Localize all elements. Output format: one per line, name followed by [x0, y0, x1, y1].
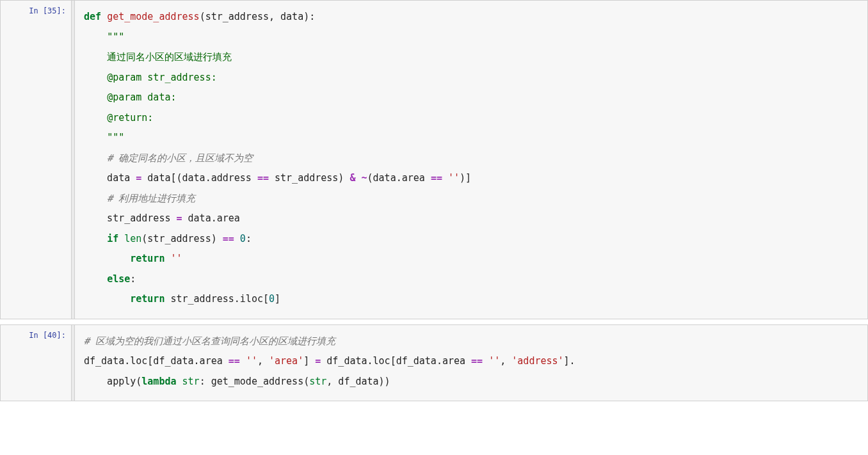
code-token: str	[309, 376, 326, 387]
code-token: if	[107, 233, 118, 244]
code-token: len	[124, 233, 141, 244]
code-token: str_address)	[269, 172, 350, 184]
code-token: get_mode_address	[107, 11, 200, 22]
code-token: )]	[460, 172, 471, 184]
code-token	[118, 233, 124, 244]
code-line: df_data.loc[df_data.area == '', 'area'] …	[84, 351, 858, 372]
code-token: ,	[500, 355, 511, 367]
code-token: else	[107, 273, 130, 285]
code-token: (str_address)	[141, 233, 222, 244]
code-token: """	[107, 31, 124, 43]
code-token: data.area	[182, 212, 240, 224]
code-token: ~	[362, 172, 367, 184]
code-line: @return:	[84, 108, 858, 129]
code-token: (data.area	[367, 172, 431, 184]
code-token	[84, 132, 107, 143]
code-token	[483, 355, 488, 367]
code-token	[84, 31, 107, 43]
code-line: # 利用地址进行填充	[84, 189, 858, 209]
code-line: @param data:	[84, 88, 858, 108]
code-line: """	[84, 128, 858, 148]
code-token	[355, 172, 361, 184]
code-token: ==	[223, 233, 234, 244]
code-token: ''	[246, 355, 257, 367]
code-token	[240, 355, 246, 367]
code-token	[84, 273, 107, 285]
code-line: data = data[(data.address == str_address…	[84, 168, 858, 189]
code-token: lambda	[141, 376, 176, 387]
code-token: ==	[431, 172, 442, 184]
code-token: ]	[275, 293, 280, 305]
code-token	[177, 376, 182, 387]
code-token	[84, 233, 107, 244]
code-token: ''	[488, 355, 500, 367]
code-token: data	[84, 172, 136, 184]
code-token	[84, 92, 107, 103]
code-token: 'area'	[269, 355, 303, 367]
code-token: 0	[240, 233, 246, 244]
code-token: ].	[564, 355, 575, 367]
code-token: :	[130, 273, 136, 285]
code-token: =	[177, 212, 182, 224]
code-token: @param data:	[107, 92, 176, 103]
code-cell: In [35]:def get_mode_address(str_address…	[0, 0, 868, 319]
code-token: """	[107, 132, 124, 143]
code-token: # 利用地址进行填充	[107, 193, 195, 204]
code-token: :	[246, 233, 252, 244]
code-token	[101, 11, 107, 22]
code-line: return ''	[84, 249, 858, 269]
code-token: return	[130, 293, 165, 305]
code-token: df_data.loc[df_data.area	[84, 355, 229, 367]
code-token: =	[136, 172, 141, 184]
code-line: str_address = data.area	[84, 209, 858, 229]
code-token: str_address.iloc[	[165, 293, 269, 305]
cell-prompt: In [40]:	[1, 325, 71, 401]
code-token: 通过同名小区的区域进行填充	[107, 51, 232, 63]
code-token: @return:	[107, 112, 153, 124]
code-line: # 确定同名的小区，且区域不为空	[84, 148, 858, 169]
code-line: apply(lambda str: get_mode_address(str, …	[84, 372, 858, 392]
code-token: @param str_address:	[107, 72, 217, 83]
code-token: ==	[229, 355, 240, 367]
code-token: : get_mode_address(	[200, 376, 310, 387]
code-token: 0	[269, 293, 275, 305]
code-token	[84, 51, 107, 63]
code-cell: In [40]:# 区域为空的我们通过小区名查询同名小区的区域进行填充df_da…	[0, 324, 868, 402]
notebook-view: In [35]:def get_mode_address(str_address…	[0, 0, 868, 401]
code-token	[84, 253, 130, 264]
code-area[interactable]: # 区域为空的我们通过小区名查询同名小区的区域进行填充df_data.loc[d…	[75, 325, 867, 401]
code-token	[84, 152, 107, 164]
code-token: ,	[257, 355, 269, 367]
code-token: ==	[257, 172, 269, 184]
code-line: 通过同名小区的区域进行填充	[84, 47, 858, 68]
code-line: return str_address.iloc[0]	[84, 289, 858, 310]
code-token	[84, 293, 130, 305]
code-token: apply(	[84, 376, 141, 387]
cell-prompt: In [35]:	[1, 1, 71, 319]
code-token: (str_address, data):	[200, 11, 316, 22]
code-line: @param str_address:	[84, 68, 858, 88]
code-token	[234, 233, 240, 244]
code-token	[84, 112, 107, 124]
code-token: =	[315, 355, 321, 367]
code-line: if len(str_address) == 0:	[84, 229, 858, 250]
code-token: # 区域为空的我们通过小区名查询同名小区的区域进行填充	[84, 335, 335, 347]
code-line: def get_mode_address(str_address, data):	[84, 7, 858, 28]
code-token: 'address'	[511, 355, 563, 367]
code-token: ''	[448, 172, 460, 184]
code-token: , df_data))	[326, 376, 390, 387]
code-token: ]	[303, 355, 315, 367]
code-token: str	[182, 376, 200, 387]
code-line: # 区域为空的我们通过小区名查询同名小区的区域进行填充	[84, 331, 858, 352]
code-token: ''	[170, 253, 182, 264]
code-line: """	[84, 28, 858, 48]
code-token: # 确定同名的小区，且区域不为空	[107, 152, 253, 164]
code-area[interactable]: def get_mode_address(str_address, data):…	[75, 1, 867, 319]
code-token	[84, 193, 107, 204]
code-token: def	[84, 11, 101, 22]
code-line: else:	[84, 269, 858, 290]
code-token: df_data.loc[df_data.area	[321, 355, 471, 367]
code-token: ==	[471, 355, 483, 367]
code-token: str_address	[84, 212, 177, 224]
code-token: data[(data.address	[141, 172, 257, 184]
